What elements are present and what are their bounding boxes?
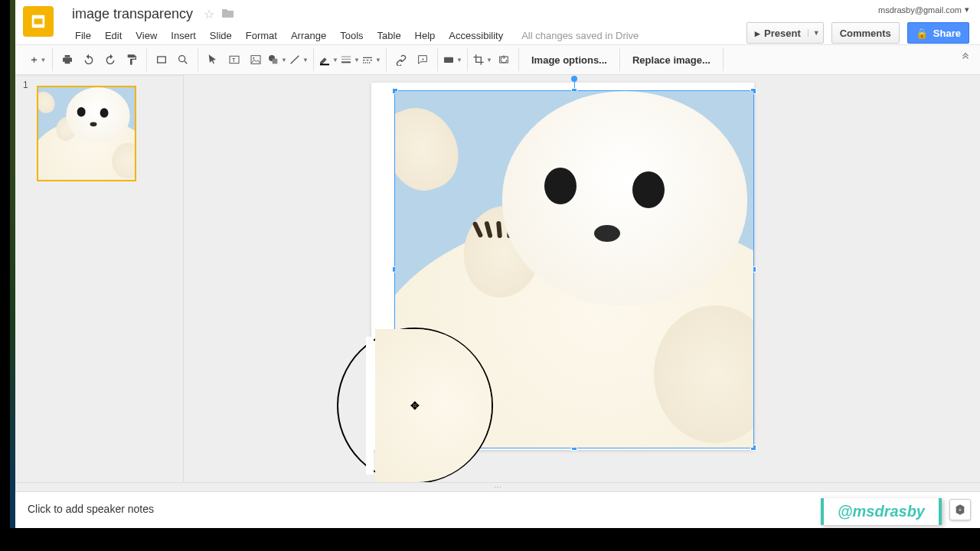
image-tool[interactable]: [246, 50, 266, 70]
menu-table[interactable]: Table: [371, 27, 407, 44]
menu-slide[interactable]: Slide: [204, 27, 238, 44]
toolbar: ＋▼ T ▼ ▼ ▼ ▼ ▼ + ▼: [15, 44, 980, 75]
svg-rect-12: [444, 57, 453, 63]
collapse-toolbar-icon[interactable]: [960, 50, 971, 63]
svg-text:+: +: [959, 507, 962, 513]
watermark-text: @msdrasby: [838, 503, 925, 520]
present-label: Present: [764, 28, 801, 39]
line-tool[interactable]: ▼: [289, 50, 309, 70]
slide-number: 1: [23, 80, 28, 90]
slide-1[interactable]: [371, 83, 754, 450]
svg-point-3: [179, 56, 185, 62]
border-color-button[interactable]: ▼: [318, 50, 338, 70]
comments-label: Comments: [840, 28, 891, 39]
svg-text:+: +: [422, 57, 425, 61]
star-icon[interactable]: ☆: [204, 7, 214, 21]
svg-rect-10: [320, 64, 329, 65]
explore-icon: +: [954, 504, 966, 516]
lock-icon: 🔒: [916, 28, 928, 39]
undo-button[interactable]: [79, 50, 99, 70]
svg-rect-9: [273, 59, 278, 64]
menu-file[interactable]: File: [69, 27, 97, 44]
keyboard-button[interactable]: ▼: [443, 50, 462, 70]
textbox-tool[interactable]: T: [224, 50, 244, 70]
rotation-handle[interactable]: [571, 76, 577, 82]
chevron-down-icon: ▾: [965, 5, 969, 15]
main-area: 1: [15, 75, 980, 482]
svg-point-7: [253, 57, 254, 59]
svg-rect-1: [34, 18, 43, 24]
svg-rect-2: [158, 57, 166, 63]
crop-button[interactable]: ▼: [472, 50, 492, 70]
border-dash-button[interactable]: ▼: [361, 50, 381, 70]
account-email: msdrasby@gmail.com: [878, 5, 962, 15]
document-title[interactable]: image transparency: [69, 5, 196, 24]
menu-accessibility[interactable]: Accessibility: [443, 27, 509, 44]
menu-help[interactable]: Help: [409, 27, 442, 44]
reset-image-button[interactable]: [494, 50, 514, 70]
speaker-notes-placeholder: Click to add speaker notes: [28, 503, 154, 515]
folder-icon[interactable]: [222, 8, 234, 21]
svg-rect-6: [251, 56, 260, 64]
present-button[interactable]: ▸ Present ▼: [746, 22, 824, 44]
image-selection[interactable]: [394, 90, 754, 448]
menu-edit[interactable]: Edit: [99, 27, 128, 44]
svg-text:T: T: [232, 57, 235, 63]
share-button[interactable]: 🔒 Share: [907, 22, 969, 44]
filmstrip[interactable]: 1: [15, 75, 184, 482]
redo-button[interactable]: [100, 50, 120, 70]
explore-button[interactable]: +: [949, 499, 971, 520]
slide-thumbnail-1[interactable]: 1: [26, 86, 172, 181]
slides-icon: [30, 13, 47, 30]
seal-image[interactable]: [395, 91, 753, 448]
border-weight-button[interactable]: ▼: [340, 50, 360, 70]
notes-drag-handle[interactable]: ⋯: [15, 482, 980, 491]
link-button[interactable]: [391, 50, 411, 70]
watermark-badge: @msdrasby: [821, 498, 942, 525]
canvas[interactable]: ✥: [184, 75, 980, 482]
slides-logo[interactable]: [23, 6, 54, 37]
present-dropdown-icon[interactable]: ▼: [808, 29, 820, 37]
menu-format[interactable]: Format: [240, 27, 283, 44]
comment-button[interactable]: +: [413, 50, 433, 70]
zoom-button[interactable]: [173, 50, 193, 70]
menu-tools[interactable]: Tools: [334, 27, 369, 44]
window-edge-decoration: [10, 0, 15, 528]
app-header: image transparency ☆ File Edit View Inse…: [15, 0, 980, 44]
share-label: Share: [933, 28, 961, 39]
replace-image-button[interactable]: Replace image...: [625, 54, 718, 66]
zoom-fit-button[interactable]: [152, 50, 172, 70]
comments-button[interactable]: Comments: [831, 22, 900, 44]
paint-format-button[interactable]: [122, 50, 142, 70]
image-options-button[interactable]: Image options...: [524, 54, 615, 66]
print-button[interactable]: [57, 50, 77, 70]
menu-view[interactable]: View: [129, 27, 163, 44]
shape-tool[interactable]: ▼: [267, 50, 287, 70]
new-slide-button[interactable]: ＋▼: [28, 50, 47, 70]
select-tool[interactable]: [203, 50, 223, 70]
save-status: All changes saved in Drive: [521, 30, 639, 41]
menu-insert[interactable]: Insert: [165, 27, 202, 44]
play-icon: ▸: [755, 28, 760, 39]
account-menu[interactable]: msdrasby@gmail.com ▾: [878, 5, 969, 15]
menu-arrange[interactable]: Arrange: [285, 27, 332, 44]
google-slides-app: image transparency ☆ File Edit View Inse…: [15, 0, 980, 528]
